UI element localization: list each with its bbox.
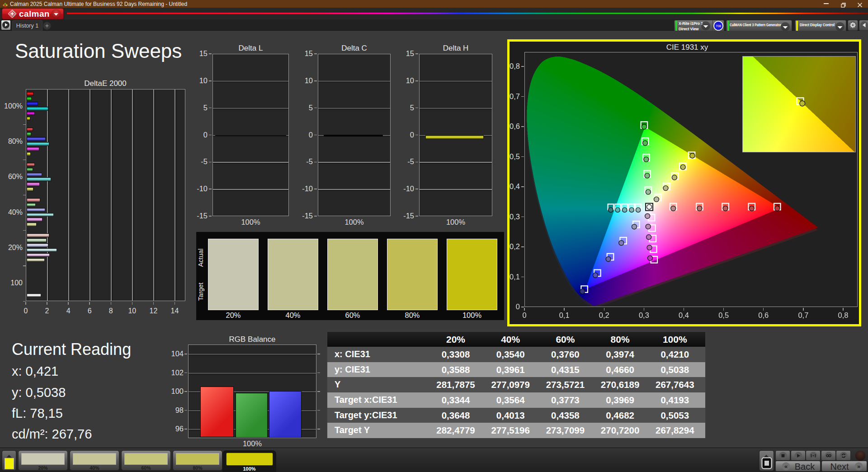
svg-text:708: 708 [716, 24, 722, 28]
svg-text:»: » [857, 463, 860, 470]
svg-text:«: « [784, 463, 788, 470]
